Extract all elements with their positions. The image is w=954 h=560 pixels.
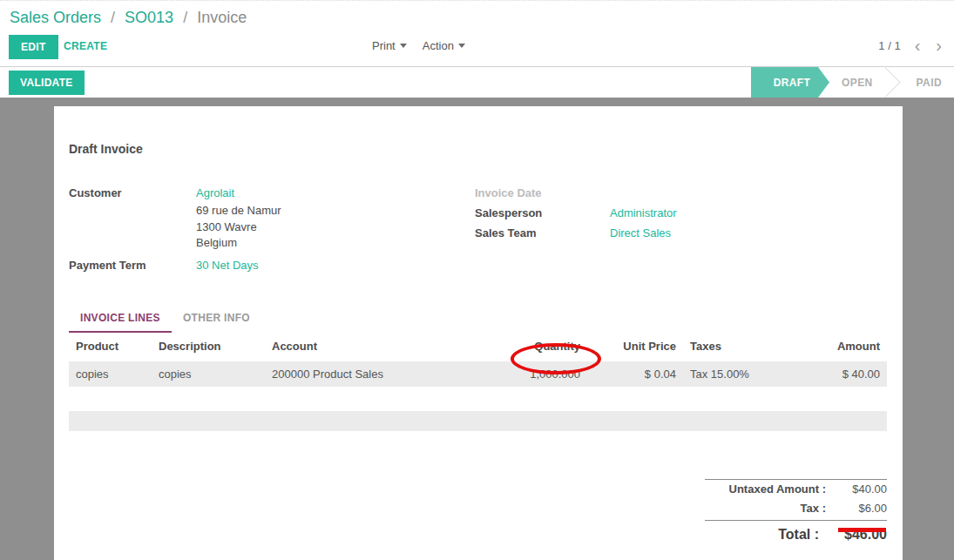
payment-term-field: Payment Term 30 Net Days bbox=[69, 255, 475, 275]
breadcrumb-so013[interactable]: SO013 bbox=[125, 9, 173, 26]
salesperson-field: Salesperson Administrator bbox=[475, 203, 887, 223]
tab-invoice-lines[interactable]: INVOICE LINES bbox=[69, 307, 172, 333]
payment-term-label: Payment Term bbox=[69, 255, 196, 275]
cell-description[interactable]: copies bbox=[152, 360, 265, 387]
cell-product[interactable]: copies bbox=[69, 360, 152, 387]
state-widget: DRAFT OPEN PAID bbox=[751, 67, 954, 98]
table-header-row: Product Description Account Quantity Uni… bbox=[69, 335, 887, 361]
invoice-sheet: Draft Invoice Customer Agrolait 69 rue d… bbox=[54, 106, 903, 560]
pager-count: 1 / 1 bbox=[878, 39, 900, 52]
info-right-column: Invoice Date Salesperson Administrator S… bbox=[475, 183, 887, 275]
empty-table-stripe bbox=[69, 411, 887, 431]
col-account: Account bbox=[265, 335, 478, 361]
total-divider bbox=[705, 520, 887, 521]
sales-team-label: Sales Team bbox=[475, 223, 610, 243]
table-row[interactable]: copies copies 200000 Product Sales 1,000… bbox=[69, 360, 887, 387]
col-description: Description bbox=[152, 335, 265, 361]
edit-button[interactable]: EDIT bbox=[9, 35, 58, 59]
customer-label: Customer bbox=[69, 183, 196, 252]
action-dropdown-label: Action bbox=[423, 39, 454, 52]
col-product: Product bbox=[69, 335, 152, 361]
customer-field: Customer Agrolait 69 rue de Namur 1300 W… bbox=[69, 183, 475, 252]
chevron-left-icon[interactable]: ‹ bbox=[913, 37, 923, 53]
breadcrumb-sales-orders[interactable]: Sales Orders bbox=[10, 9, 101, 26]
customer-address-line: 1300 Wavre bbox=[196, 219, 281, 236]
statusbar: VALIDATE DRAFT OPEN PAID bbox=[0, 66, 954, 98]
print-dropdown[interactable]: Print bbox=[372, 39, 407, 52]
cell-unit-price[interactable]: $ 0.04 bbox=[587, 360, 683, 387]
tax-label: Tax : bbox=[801, 499, 826, 518]
breadcrumb-separator: / bbox=[111, 9, 115, 26]
customer-value-block: Agrolait 69 rue de Namur 1300 Wavre Belg… bbox=[196, 183, 281, 252]
total-value: $46.00 bbox=[819, 523, 887, 546]
col-unit-price: Unit Price bbox=[587, 335, 683, 361]
totals-block: Untaxed Amount : $40.00 Tax : $6.00 Tota… bbox=[705, 479, 887, 546]
cell-account[interactable]: 200000 Product Sales bbox=[265, 360, 478, 387]
col-amount: Amount bbox=[818, 335, 887, 361]
caret-down-icon bbox=[400, 44, 407, 48]
cell-quantity[interactable]: 1,000.000 bbox=[478, 360, 587, 387]
sales-team-field: Sales Team Direct Sales bbox=[475, 223, 887, 243]
toolbar: EDIT CREATE Print Action 1 / 1 ‹ › bbox=[0, 35, 954, 61]
info-section: Customer Agrolait 69 rue de Namur 1300 W… bbox=[69, 183, 887, 275]
breadcrumb: Sales Orders / SO013 / Invoice bbox=[0, 1, 954, 27]
salesperson-link[interactable]: Administrator bbox=[610, 203, 677, 223]
caret-down-icon bbox=[458, 44, 465, 48]
untaxed-amount-label: Untaxed Amount : bbox=[729, 480, 826, 499]
customer-address-line: 69 rue de Namur bbox=[196, 203, 281, 219]
customer-link[interactable]: Agrolait bbox=[196, 183, 281, 203]
notebook-tabs: INVOICE LINES OTHER INFO bbox=[69, 307, 887, 333]
action-dropdowns: Print Action bbox=[372, 39, 465, 52]
cell-taxes[interactable]: Tax 15.00% bbox=[683, 360, 818, 387]
payment-term-link[interactable]: 30 Net Days bbox=[196, 255, 259, 275]
validate-button[interactable]: VALIDATE bbox=[9, 71, 85, 95]
col-quantity: Quantity bbox=[478, 335, 587, 361]
tax-value: $6.00 bbox=[826, 499, 887, 518]
invoice-date-label: Invoice Date bbox=[475, 183, 610, 203]
action-dropdown[interactable]: Action bbox=[423, 39, 465, 52]
pager: 1 / 1 ‹ › bbox=[878, 37, 944, 53]
untaxed-amount-value: $40.00 bbox=[826, 480, 887, 499]
customer-address-line: Belgium bbox=[196, 235, 281, 252]
breadcrumb-separator: / bbox=[183, 9, 187, 26]
invoice-date-field: Invoice Date bbox=[475, 183, 887, 203]
total-row: Total : $46.00 bbox=[705, 523, 887, 546]
top-header: Sales Orders / SO013 / Invoice EDIT CREA… bbox=[0, 0, 954, 66]
state-open[interactable]: OPEN bbox=[829, 67, 885, 98]
document-title: Draft Invoice bbox=[69, 142, 887, 156]
tax-row: Tax : $6.00 bbox=[705, 499, 887, 518]
chevron-separator-icon bbox=[885, 67, 904, 98]
salesperson-label: Salesperson bbox=[475, 203, 610, 223]
sales-team-link[interactable]: Direct Sales bbox=[610, 223, 671, 243]
state-draft[interactable]: DRAFT bbox=[751, 67, 829, 98]
page: Sales Orders / SO013 / Invoice EDIT CREA… bbox=[0, 0, 954, 560]
col-taxes: Taxes bbox=[683, 335, 818, 361]
cell-amount[interactable]: $ 40.00 bbox=[818, 360, 887, 387]
info-left-column: Customer Agrolait 69 rue de Namur 1300 W… bbox=[69, 183, 475, 275]
chevron-right-icon[interactable]: › bbox=[934, 37, 944, 53]
untaxed-amount-row: Untaxed Amount : $40.00 bbox=[705, 480, 887, 499]
invoice-lines-table: Product Description Account Quantity Uni… bbox=[69, 335, 887, 387]
total-label: Total : bbox=[778, 523, 819, 546]
create-button[interactable]: CREATE bbox=[64, 40, 107, 52]
breadcrumb-invoice: Invoice bbox=[197, 9, 247, 26]
print-dropdown-label: Print bbox=[372, 39, 396, 52]
form-background: Draft Invoice Customer Agrolait 69 rue d… bbox=[0, 98, 954, 560]
tab-other-info[interactable]: OTHER INFO bbox=[172, 307, 261, 333]
state-paid[interactable]: PAID bbox=[904, 67, 954, 98]
